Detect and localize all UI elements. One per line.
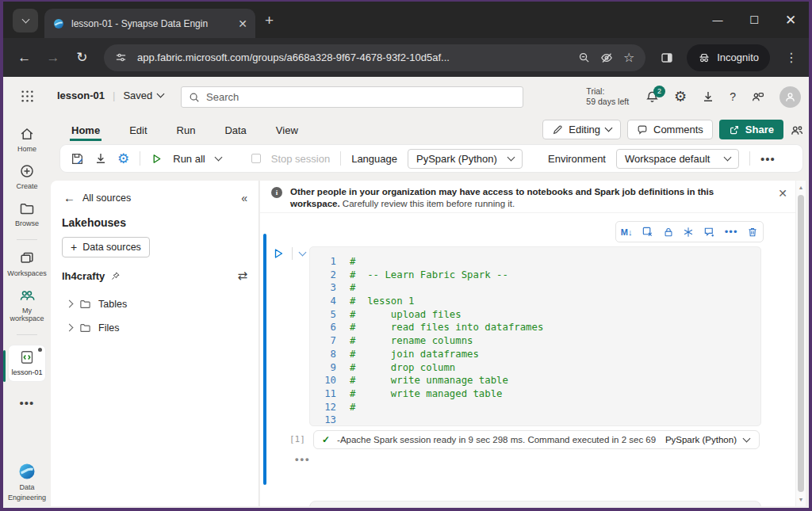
search-icon [189,92,200,103]
browser-tab[interactable]: lesson-01 - Synapse Data Engin ✕ [44,9,255,38]
rail-more-icon[interactable]: ••• [20,396,35,410]
run-all-button[interactable]: Run all [173,153,205,165]
help-icon[interactable]: ? [730,90,736,103]
lock-cell-icon[interactable] [663,227,674,238]
comments-button[interactable]: Comments [627,120,713,139]
tab-search-button[interactable] [13,9,38,32]
notebook-name[interactable]: lesson-01 [57,90,105,101]
incognito-label: Incognito [717,51,759,63]
convert-to-markdown-icon[interactable]: M↓ [621,227,633,237]
manage-access-icon[interactable] [790,123,804,137]
account-avatar[interactable] [779,86,801,108]
window-maximize-button[interactable]: ☐ [736,2,772,38]
scroll-down-icon[interactable]: ▼ [796,497,806,502]
incognito-badge[interactable]: Incognito [687,44,770,71]
all-sources-link[interactable]: All sources [82,193,131,204]
zoom-out-icon[interactable] [578,51,590,63]
environment-dropdown[interactable]: Workspace default [616,149,739,169]
back-icon[interactable]: ← [14,50,34,66]
site-info-icon[interactable] [115,51,127,63]
pin-icon[interactable] [110,271,121,281]
clear-output-icon[interactable] [642,226,653,238]
run-cell-icon[interactable] [272,247,285,260]
code-cell[interactable]: 1# 2# -- Learn Fabric Spark -- 3# 4# les… [309,246,761,426]
next-code-cell[interactable] [309,501,761,506]
scroll-up-icon[interactable]: ▲ [796,185,806,190]
save-icon[interactable] [71,152,84,166]
trial-status[interactable]: Trial: 59 days left [586,86,629,107]
tab-close-icon[interactable]: ✕ [238,18,247,29]
banner-close-icon[interactable]: ✕ [778,187,787,200]
tracking-prevention-icon[interactable] [600,51,613,64]
cell-more-icon[interactable]: ••• [725,226,738,238]
language-dropdown[interactable]: PySpark (Python) [408,149,523,169]
person-icon [784,91,796,103]
new-tab-button[interactable]: + [265,12,274,29]
toolbar-more-icon[interactable]: ••• [760,152,776,166]
collapsed-output-icon[interactable]: ••• [295,453,311,465]
home-icon [19,126,35,142]
chevron-down-icon[interactable] [214,153,222,161]
lakehouse-name[interactable]: lh4crafty [62,270,105,282]
sidebar-item-data-engineering[interactable]: Data Engineering [8,462,46,501]
fabric-experience-logo-icon [17,462,36,481]
run-all-play-icon[interactable] [151,153,163,165]
freeze-cell-icon[interactable] [683,227,694,238]
search-input[interactable] [206,91,515,103]
tab-run[interactable]: Run [175,120,197,141]
add-comment-icon[interactable] [703,226,715,238]
code-line: # [350,255,355,269]
collapse-pane-icon[interactable]: « [241,192,247,204]
tab-data[interactable]: Data [223,120,247,141]
app-launcher-icon[interactable] [21,90,34,103]
tab-view[interactable]: View [274,120,300,141]
save-status-dropdown[interactable]: Saved [123,90,163,101]
download-notebook-icon[interactable] [94,152,107,165]
code-line: # [350,281,355,295]
refresh-icon[interactable]: ↻ [72,49,92,66]
sidebar-item-home[interactable]: Home [5,126,49,153]
window-minimize-button[interactable]: — [699,2,736,38]
tab-edit[interactable]: Edit [128,120,148,141]
notebook-icon [19,349,35,365]
folder-icon [19,200,35,216]
global-search[interactable] [181,86,523,108]
sidebar-item-create[interactable]: Create [5,163,49,190]
settings-gear-icon[interactable]: ⚙ [674,90,687,104]
switch-lakehouse-icon[interactable]: ⇄ [237,269,247,283]
incognito-icon [698,51,710,64]
browser-menu-icon[interactable]: ⋮ [785,50,798,65]
feedback-icon[interactable] [751,90,764,104]
notebook-scrollbar[interactable]: ▲ ▼ [795,181,806,506]
code-line: # write managed table [350,387,503,401]
tree-item-tables[interactable]: Tables [67,298,127,310]
editing-mode-dropdown[interactable]: Editing [542,120,621,139]
sidebar-item-my-workspace[interactable]: My workspace [5,288,49,322]
run-options-chevron-icon[interactable] [299,248,307,256]
chevron-down-icon [157,90,165,98]
add-data-sources-button[interactable]: + Data sources [62,237,150,257]
scrollbar-thumb[interactable] [798,195,804,492]
notifications-button[interactable]: 2 [645,90,659,104]
forward-icon[interactable]: → [43,50,63,66]
favorite-star-icon[interactable]: ☆ [623,51,634,64]
sidebar-item-browse[interactable]: Browse [5,200,49,227]
download-icon[interactable] [702,90,714,103]
split-screen-icon[interactable] [661,51,673,64]
window-close-button[interactable]: ✕ [772,2,809,38]
session-settings-gear-icon[interactable]: ⚙ [117,152,129,166]
address-bar[interactable]: app.fabric.microsoft.com/groups/a668a328… [104,44,645,71]
tab-home[interactable]: Home [70,120,102,141]
tree-item-files[interactable]: Files [67,322,119,334]
unsaved-dot [38,348,42,352]
sidebar-item-workspaces[interactable]: Workspaces [5,250,49,277]
delete-cell-icon[interactable] [747,227,758,238]
nav-rail: Home Create Browse Workspaces My worksp [3,116,51,508]
stop-session-button[interactable]: Stop session [271,153,330,165]
cell-toolbar: M↓ ••• [615,221,764,242]
cell-status-bar[interactable]: ✓ -Apache Spark session ready in 9 sec 2… [313,430,760,449]
url-text[interactable]: app.fabric.microsoft.com/groups/a668a328… [137,51,568,63]
share-button[interactable]: Share [719,120,783,139]
sidebar-item-lesson-01[interactable]: lesson-01 [9,345,45,381]
back-arrow-icon[interactable]: ← [63,191,75,204]
